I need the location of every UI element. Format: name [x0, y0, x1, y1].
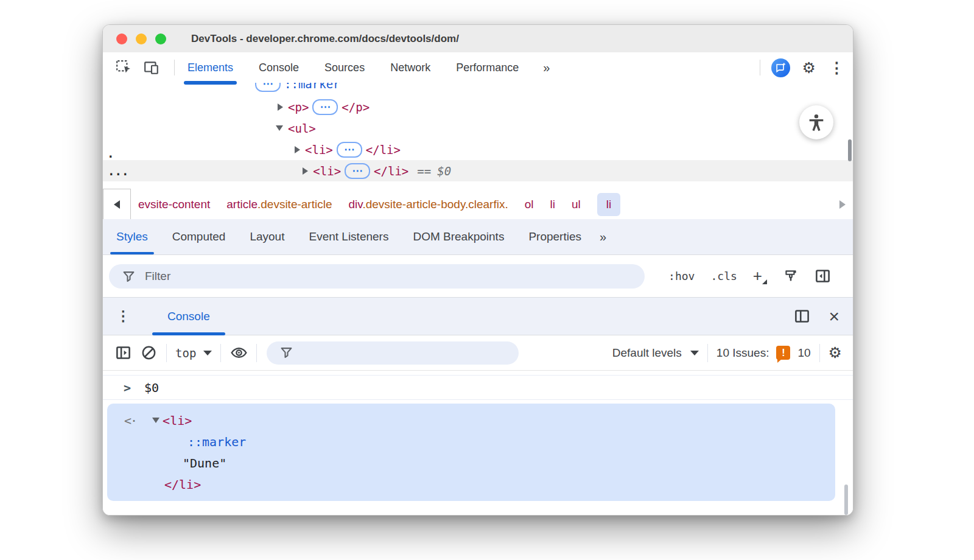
crumb-ul[interactable]: ul	[572, 198, 581, 211]
dom-row-p[interactable]: <p> ⋯ </p>	[103, 96, 853, 117]
drawer-kebab-menu-icon[interactable]: ⋮	[116, 309, 130, 323]
devtools-tabbar: Elements Console Sources Network Perform…	[103, 52, 853, 83]
class-toggle[interactable]: .cls	[710, 270, 737, 282]
tag-open: <p>	[288, 100, 309, 114]
console-drawer-header: ⋮ Console ×	[103, 297, 853, 335]
toolbar-divider	[819, 344, 820, 362]
expand-ellipsis-icon[interactable]: ⋯	[312, 99, 338, 115]
toolbar-divider	[760, 60, 760, 75]
context-selector[interactable]: top	[175, 346, 212, 360]
tab-properties[interactable]: Properties	[522, 219, 587, 254]
pseudo-marker-text: ::marker	[187, 435, 246, 449]
expand-arrow-icon[interactable]	[303, 167, 308, 175]
overflow-dots: ...	[108, 164, 128, 178]
tab-elements[interactable]: Elements	[186, 52, 234, 83]
styles-filter-input[interactable]: Filter	[109, 264, 645, 289]
ai-assistance-icon[interactable]	[771, 58, 790, 77]
console-scrollbar-thumb[interactable]	[844, 485, 848, 515]
traffic-lights	[116, 33, 166, 44]
dom-breadcrumb: evsite-content article.devsite-article d…	[103, 189, 853, 220]
filter-placeholder: Filter	[145, 270, 170, 283]
dom-row-ul[interactable]: <ul>	[103, 117, 853, 139]
tab-performance[interactable]: Performance	[455, 52, 520, 83]
crumb-class: .devsite-article	[258, 198, 332, 211]
stray-dot: .	[107, 147, 114, 160]
console-command-row[interactable]: > $0	[103, 375, 853, 400]
console-result-highlighted[interactable]: <· <li> ::marker "Dune" </li>	[107, 404, 835, 501]
log-levels-selector[interactable]: Default levels	[612, 346, 699, 360]
crumb-li[interactable]: li	[550, 198, 555, 211]
accessibility-fab[interactable]	[799, 105, 833, 139]
devtools-window: DevTools - developer.chrome.com/docs/dev…	[102, 24, 853, 516]
crumb-article[interactable]: article.devsite-article	[226, 198, 332, 211]
collapse-arrow-icon[interactable]	[152, 418, 159, 423]
result-line-close: </li>	[164, 474, 201, 495]
tab-styles[interactable]: Styles	[110, 219, 154, 254]
crumb-li-selected[interactable]: li	[597, 193, 620, 216]
tab-dom-breakpoints[interactable]: DOM Breakpoints	[407, 219, 510, 254]
kebab-menu-icon[interactable]: ⋮	[829, 60, 844, 75]
show-sidebar-panel-icon[interactable]	[815, 268, 831, 284]
dom-row-li-selected[interactable]: ... <li> ⋯ </li> == $0	[103, 160, 853, 181]
tab-console[interactable]: Console	[258, 52, 300, 83]
close-drawer-icon[interactable]: ×	[829, 307, 839, 326]
tab-computed[interactable]: Computed	[166, 219, 232, 254]
tag-open: <li>	[305, 143, 333, 156]
crumb-tag: evsite-content	[138, 198, 210, 211]
tab-sources[interactable]: Sources	[323, 52, 366, 83]
crumb-devsite-content[interactable]: evsite-content	[138, 198, 210, 211]
tab-network[interactable]: Network	[389, 52, 432, 83]
console-messages: > $0 <· <li> ::marker "Dune" </li>	[103, 371, 853, 515]
rendering-brush-icon[interactable]	[783, 268, 799, 284]
left-arrow-icon	[114, 200, 120, 209]
collapse-arrow-icon[interactable]	[276, 125, 283, 131]
drawer-tab-console[interactable]: Console	[152, 298, 225, 335]
styles-toolbar-buttons: :hov .cls +	[668, 255, 831, 297]
issues-counter[interactable]: 10 Issues: ! 10	[716, 346, 811, 360]
inspect-element-icon[interactable]	[115, 59, 132, 76]
return-value-icon: <·	[124, 413, 136, 428]
window-title: DevTools - developer.chrome.com/docs/dev…	[191, 33, 459, 45]
expand-ellipsis-icon[interactable]: ⋯	[255, 83, 281, 92]
filter-funnel-icon	[122, 270, 135, 283]
issues-count: 10	[797, 346, 810, 360]
breadcrumb-prev-button[interactable]	[103, 189, 131, 220]
elements-scrollbar-thumb[interactable]	[848, 139, 852, 161]
clear-console-icon[interactable]	[139, 344, 158, 362]
maximize-window-button[interactable]	[155, 33, 166, 44]
expand-ellipsis-icon[interactable]: ⋯	[345, 163, 370, 179]
crumb-tag: li	[550, 198, 555, 211]
console-sidebar-icon[interactable]	[114, 344, 132, 362]
settings-gear-icon[interactable]: ⚙	[802, 60, 816, 75]
tab-event-listeners[interactable]: Event Listeners	[303, 219, 394, 254]
node-close-tag: </li>	[164, 477, 201, 492]
equals-sign: ==	[417, 164, 431, 178]
dropdown-corner-icon	[762, 279, 767, 284]
context-label: top	[175, 346, 196, 360]
pseudo-state-toggle[interactable]: :hov	[668, 270, 695, 282]
expand-arrow-icon[interactable]	[295, 146, 300, 153]
expand-ellipsis-icon[interactable]: ⋯	[337, 142, 362, 158]
tab-layout[interactable]: Layout	[244, 219, 290, 254]
elements-dom-tree: ⋯ ::marker <p> ⋯ </p> <ul> <li> ⋯ </li> …	[103, 83, 853, 189]
console-filter-input[interactable]	[267, 341, 519, 365]
window-titlebar: DevTools - developer.chrome.com/docs/dev…	[103, 25, 853, 53]
split-panel-icon[interactable]	[794, 308, 810, 324]
close-window-button[interactable]	[116, 33, 127, 44]
styles-toolbar: Filter :hov .cls +	[103, 255, 853, 297]
new-style-rule-button[interactable]: +	[753, 267, 767, 285]
crumb-div[interactable]: div.devsite-article-body.clearfix.	[348, 198, 508, 211]
console-settings-gear-icon[interactable]: ⚙	[829, 345, 842, 360]
more-panes-icon[interactable]: »	[600, 230, 605, 244]
dom-row-li-1[interactable]: <li> ⋯ </li>	[103, 139, 853, 160]
crumb-ol[interactable]: ol	[525, 198, 534, 211]
minimize-window-button[interactable]	[136, 33, 147, 44]
device-toolbar-icon[interactable]	[143, 59, 160, 76]
tabbar-right-controls: ⚙ ⋮	[760, 52, 853, 83]
tag-close: </p>	[342, 100, 370, 114]
chevron-down-icon	[690, 351, 699, 355]
live-expression-eye-icon[interactable]	[229, 344, 248, 362]
expand-arrow-icon[interactable]	[278, 103, 283, 111]
breadcrumb-next-icon[interactable]	[839, 200, 846, 209]
more-tabs-icon[interactable]: »	[543, 61, 548, 75]
